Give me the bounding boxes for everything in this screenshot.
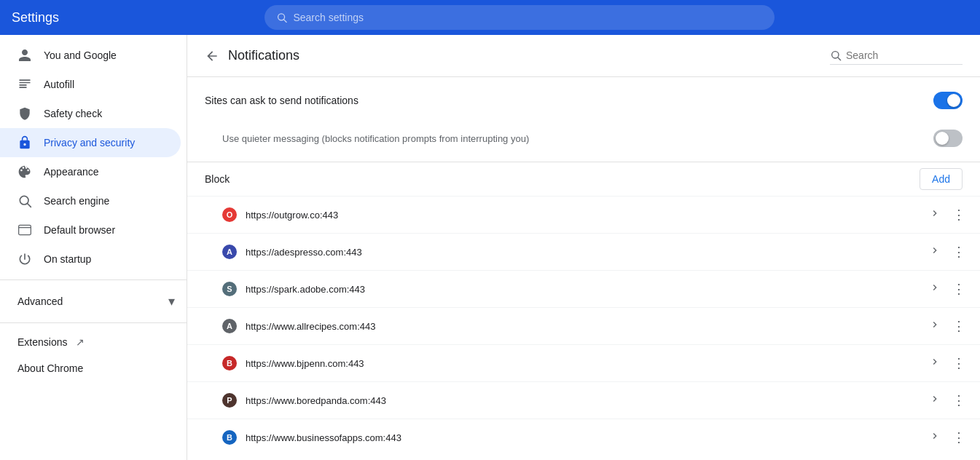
site-url: https://outgrow.co:443 xyxy=(246,210,920,221)
quieter-toggle-row: Use quieter messaging (blocks notificati… xyxy=(187,124,980,162)
shield-icon xyxy=(17,106,32,121)
more-options-button[interactable]: ⋮ xyxy=(949,354,968,373)
sidebar: You and Google Autofill Safety check Pri… xyxy=(0,35,187,460)
sidebar-divider-2 xyxy=(0,322,187,323)
power-icon xyxy=(17,252,32,266)
block-label: Block xyxy=(205,173,230,185)
sidebar-item-safety-check[interactable]: Safety check xyxy=(0,99,181,128)
expand-icon[interactable] xyxy=(929,282,941,296)
site-url: https://www.bjpenn.com:443 xyxy=(246,358,920,369)
sidebar-item-label: On startup xyxy=(44,253,91,265)
site-row: Ahttps://adespresso.com:443⋮ xyxy=(187,233,980,270)
global-search-bar[interactable] xyxy=(264,5,775,30)
svg-line-1 xyxy=(284,20,287,23)
sidebar-item-label: Autofill xyxy=(44,79,74,90)
extensions-label: Extensions xyxy=(17,336,67,348)
block-header: Block Add xyxy=(187,162,980,196)
topbar: Settings xyxy=(0,0,980,35)
expand-icon[interactable] xyxy=(929,356,941,370)
notifications-title: Notifications xyxy=(228,48,821,63)
site-url: https://www.boredpanda.com:443 xyxy=(246,395,920,406)
site-favicon: B xyxy=(222,430,237,445)
more-options-button[interactable]: ⋮ xyxy=(949,279,968,298)
site-url: https://www.businessofapps.com:443 xyxy=(246,432,920,443)
add-button[interactable]: Add xyxy=(920,168,963,190)
palette-icon xyxy=(17,164,32,179)
svg-line-3 xyxy=(28,204,31,207)
sidebar-section-advanced[interactable]: Advanced ▾ xyxy=(0,286,187,317)
app-title: Settings xyxy=(12,10,59,25)
svg-rect-4 xyxy=(19,225,31,234)
main-layout: You and Google Autofill Safety check Pri… xyxy=(0,35,980,460)
sidebar-item-search-engine[interactable]: Search engine xyxy=(0,186,181,215)
browser-icon xyxy=(17,223,32,237)
about-chrome-label: About Chrome xyxy=(17,362,83,374)
svg-line-7 xyxy=(838,58,841,60)
quieter-toggle[interactable] xyxy=(933,130,963,147)
site-url: https://www.allrecipes.com:443 xyxy=(246,321,920,332)
global-search-input[interactable] xyxy=(293,12,763,23)
search-engine-icon xyxy=(17,194,32,208)
sidebar-item-on-startup[interactable]: On startup xyxy=(0,245,181,274)
sidebar-item-label: Privacy and security xyxy=(44,137,135,148)
site-row: Bhttps://www.bjpenn.com:443⋮ xyxy=(187,344,980,381)
chevron-down-icon: ▾ xyxy=(168,293,175,309)
more-options-button[interactable]: ⋮ xyxy=(949,317,968,336)
expand-icon[interactable] xyxy=(929,393,941,408)
sidebar-item-you-and-google[interactable]: You and Google xyxy=(0,41,181,70)
lock-icon xyxy=(17,135,32,150)
search-icon xyxy=(276,12,287,23)
sidebar-item-label: Appearance xyxy=(44,166,99,178)
more-options-button[interactable]: ⋮ xyxy=(949,428,968,447)
expand-icon[interactable] xyxy=(929,430,941,445)
site-row: Shttps://spark.adobe.com:443⋮ xyxy=(187,270,980,307)
sidebar-item-privacy-and-security[interactable]: Privacy and security xyxy=(0,128,181,157)
site-row: Phttps://www.boredpanda.com:443⋮ xyxy=(187,381,980,419)
external-link-icon: ↗ xyxy=(76,336,85,348)
site-favicon: A xyxy=(222,319,237,333)
site-row: Ahttps://www.allrecipes.com:443⋮ xyxy=(187,307,980,344)
sidebar-item-extensions[interactable]: Extensions ↗ xyxy=(0,329,187,355)
sidebar-item-appearance[interactable]: Appearance xyxy=(0,157,181,186)
site-url: https://adespresso.com:443 xyxy=(246,247,920,258)
expand-icon[interactable] xyxy=(929,207,941,222)
notifications-search-input[interactable] xyxy=(846,49,963,61)
sidebar-item-autofill[interactable]: Autofill xyxy=(0,70,181,99)
notifications-search[interactable] xyxy=(830,47,963,65)
site-favicon: S xyxy=(222,282,237,296)
notifications-header: Notifications xyxy=(187,35,980,77)
sites-toggle-row: Sites can ask to send notifications xyxy=(187,77,980,124)
site-favicon: A xyxy=(222,245,237,259)
site-favicon: B xyxy=(222,356,237,370)
quieter-toggle-label: Use quieter messaging (blocks notificati… xyxy=(222,133,529,144)
sites-toggle[interactable] xyxy=(933,92,963,109)
sidebar-item-about-chrome[interactable]: About Chrome xyxy=(0,355,181,381)
sidebar-item-label: Default browser xyxy=(44,224,115,236)
site-favicon: O xyxy=(222,207,237,222)
site-row: Ohttps://outgrow.co:443⋮ xyxy=(187,196,980,233)
advanced-label: Advanced xyxy=(17,296,63,307)
more-options-button[interactable]: ⋮ xyxy=(949,391,968,410)
more-options-button[interactable]: ⋮ xyxy=(949,205,968,224)
more-options-button[interactable]: ⋮ xyxy=(949,242,968,261)
main-content: Notifications Sites can ask to send noti… xyxy=(187,35,980,460)
blocked-sites-list: Ohttps://outgrow.co:443⋮Ahttps://adespre… xyxy=(187,196,980,456)
site-url: https://spark.adobe.com:443 xyxy=(246,284,920,295)
sidebar-divider xyxy=(0,279,187,280)
expand-icon[interactable] xyxy=(929,245,941,259)
autofill-icon xyxy=(17,77,32,92)
sidebar-item-label: You and Google xyxy=(44,49,117,61)
sidebar-item-label: Search engine xyxy=(44,195,109,207)
sidebar-item-default-browser[interactable]: Default browser xyxy=(0,215,181,245)
site-row: Bhttps://www.businessofapps.com:443⋮ xyxy=(187,419,980,456)
sites-toggle-label: Sites can ask to send notifications xyxy=(205,95,358,106)
person-icon xyxy=(17,48,32,63)
site-favicon: P xyxy=(222,393,237,408)
back-button[interactable] xyxy=(205,49,219,63)
expand-icon[interactable] xyxy=(929,319,941,333)
notif-search-icon xyxy=(830,49,842,61)
sidebar-item-label: Safety check xyxy=(44,108,102,119)
